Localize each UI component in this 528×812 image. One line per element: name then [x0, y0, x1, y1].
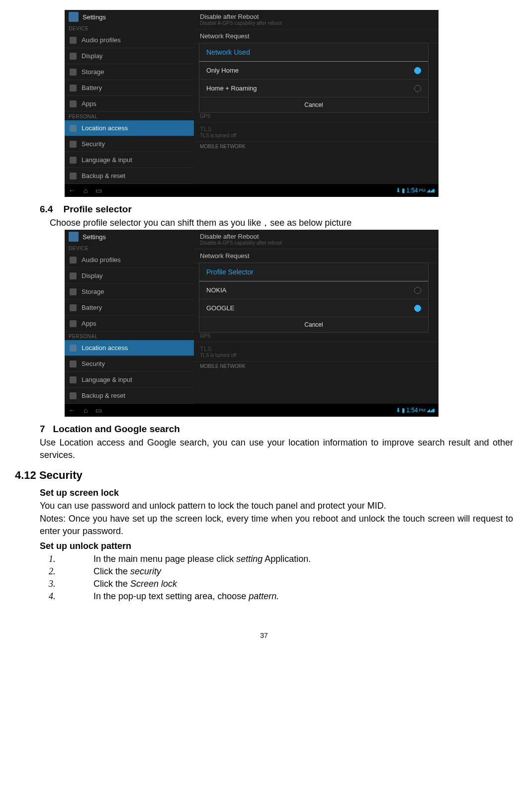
- storage-icon: [70, 69, 77, 76]
- setup-unlock-pattern-heading: Set up unlock pattern: [40, 540, 513, 552]
- sidebar-item-display[interactable]: Display: [65, 48, 194, 64]
- battery-icon: [70, 85, 77, 91]
- sidebar-item-audio[interactable]: Audio profiles: [65, 252, 194, 268]
- setup-screen-lock-p2: Notes: Once you have set up the screen l…: [40, 513, 513, 537]
- sidebar-item-backup[interactable]: Backup & reset: [65, 388, 194, 404]
- signal-icon: ◢◢▮: [427, 408, 435, 413]
- rp-network-request[interactable]: Network Request: [194, 29, 439, 43]
- rp-tls: TLS TLS is turned off: [194, 122, 439, 142]
- mobile-network-label: MOBILE NETWORK: [194, 142, 439, 151]
- sidebar-item-battery[interactable]: Battery: [65, 300, 194, 316]
- figure-network-used: Settings DEVICE Audio profiles Display S…: [65, 10, 513, 197]
- home-icon[interactable]: ⌂: [84, 406, 88, 414]
- settings-icon: [69, 232, 79, 242]
- sidebar-item-apps[interactable]: Apps: [65, 316, 194, 332]
- sidebar-item-storage[interactable]: Storage: [65, 64, 194, 80]
- step-2: 2. Click the security: [40, 566, 513, 577]
- home-icon[interactable]: ⌂: [84, 186, 88, 194]
- lock-icon: [70, 141, 77, 148]
- option-only-home[interactable]: Only Home: [199, 62, 428, 80]
- section-device: DEVICE: [65, 24, 194, 32]
- dialog-title: Profile Selector: [199, 263, 428, 281]
- recent-icon[interactable]: ▭: [95, 186, 102, 194]
- back-icon[interactable]: ←: [69, 406, 76, 414]
- battery-icon: [70, 304, 77, 311]
- backup-icon: [70, 392, 77, 399]
- sidebar-item-backup[interactable]: Backup & reset: [65, 168, 194, 184]
- settings-title: Settings: [83, 233, 106, 241]
- step-1: 1. In the main menu page please click se…: [40, 554, 513, 564]
- clock-time: 1:54: [406, 187, 418, 194]
- location-icon: [70, 345, 77, 352]
- rp-disable-reboot[interactable]: Disable after Reboot Disable A-GPS capab…: [194, 10, 439, 29]
- section-7-header: 7 Location and Google search: [40, 424, 513, 435]
- sidebar-item-location[interactable]: Location access: [65, 120, 194, 136]
- rp-disable-reboot[interactable]: Disable after Reboot Disable A-GPS capab…: [194, 230, 439, 249]
- radio-icon: [414, 85, 421, 92]
- section-personal: PERSONAL: [65, 332, 194, 340]
- battery-icon: ▮: [402, 407, 405, 414]
- sidebar-item-location[interactable]: Location access: [65, 340, 194, 356]
- storage-icon: [70, 288, 77, 295]
- radio-selected-icon: [414, 305, 421, 312]
- sidebar-item-display[interactable]: Display: [65, 268, 194, 284]
- cancel-button[interactable]: Cancel: [199, 97, 428, 112]
- option-google[interactable]: GOOGLE: [199, 299, 428, 317]
- steps-list: 1. In the main menu page please click se…: [40, 554, 513, 602]
- settings-icon: [69, 12, 79, 22]
- apps-icon: [70, 320, 77, 327]
- recent-icon[interactable]: ▭: [95, 406, 102, 414]
- step-3: 3. Click the Screen lock: [40, 579, 513, 589]
- page-number: 37: [15, 632, 513, 639]
- mobile-network-label: MOBILE NETWORK: [194, 361, 439, 371]
- battery-icon: ▮: [402, 187, 405, 194]
- sidebar-item-language[interactable]: Language & input: [65, 372, 194, 388]
- display-icon: [70, 272, 77, 279]
- clock-ampm: PM: [419, 188, 426, 193]
- section-7-body: Use Location access and Google search, y…: [40, 437, 513, 461]
- nav-bar: ← ⌂ ▭ ⬇ ▮ 1:54 PM ◢◢▮: [65, 404, 439, 417]
- figure-profile-selector: Settings DEVICE Audio profiles Display S…: [65, 230, 513, 417]
- option-nokia[interactable]: NOKIA: [199, 281, 428, 299]
- audio-icon: [70, 257, 77, 264]
- clock-time: 1:54: [406, 407, 418, 414]
- settings-header: Settings: [65, 230, 194, 244]
- section-device: DEVICE: [65, 244, 194, 252]
- step-4: 4. In the pop-up text setting area, choo…: [40, 591, 513, 602]
- sidebar-item-security[interactable]: Security: [65, 356, 194, 372]
- sidebar-item-language[interactable]: Language & input: [65, 152, 194, 168]
- sidebar-item-audio[interactable]: Audio profiles: [65, 32, 194, 48]
- sidebar-item-apps[interactable]: Apps: [65, 96, 194, 112]
- lock-icon: [70, 361, 77, 367]
- setup-screen-lock-heading: Set up screen lock: [40, 487, 513, 499]
- dialog-profile-selector: Profile Selector NOKIA GOOGLE Cancel: [199, 263, 429, 333]
- rp-network-request[interactable]: Network Request: [194, 249, 439, 263]
- apps-icon: [70, 100, 77, 107]
- clock-ampm: PM: [419, 408, 426, 413]
- dialog-title: Network Used: [199, 43, 428, 62]
- backup-icon: [70, 173, 77, 180]
- section-6-4-header: 6.4 Profile selector: [40, 204, 513, 215]
- nav-bar: ← ⌂ ▭ ⬇ ▮ 1:54 PM ◢◢▮: [65, 184, 439, 197]
- download-icon: ⬇: [396, 407, 401, 414]
- download-icon: ⬇: [396, 187, 401, 194]
- audio-icon: [70, 37, 77, 44]
- section-personal: PERSONAL: [65, 112, 194, 120]
- section-4-12-header: 4.12 Security: [15, 469, 513, 482]
- settings-title: Settings: [83, 13, 106, 21]
- section-6-4-body: Choose profile selector you can shift th…: [50, 217, 513, 229]
- radio-icon: [414, 287, 421, 294]
- option-home-roaming[interactable]: Home + Roaming: [199, 80, 428, 97]
- sidebar-item-battery[interactable]: Battery: [65, 80, 194, 96]
- dialog-network-used: Network Used Only Home Home + Roaming Ca…: [199, 43, 429, 113]
- sidebar-item-storage[interactable]: Storage: [65, 284, 194, 300]
- back-icon[interactable]: ←: [69, 186, 76, 194]
- location-icon: [70, 125, 77, 132]
- radio-selected-icon: [414, 67, 421, 74]
- signal-icon: ◢◢▮: [427, 188, 435, 193]
- cancel-button[interactable]: Cancel: [199, 317, 428, 332]
- display-icon: [70, 53, 77, 60]
- sidebar-item-security[interactable]: Security: [65, 136, 194, 152]
- language-icon: [70, 157, 77, 164]
- rp-tls: TLS TLS is turned off: [194, 342, 439, 361]
